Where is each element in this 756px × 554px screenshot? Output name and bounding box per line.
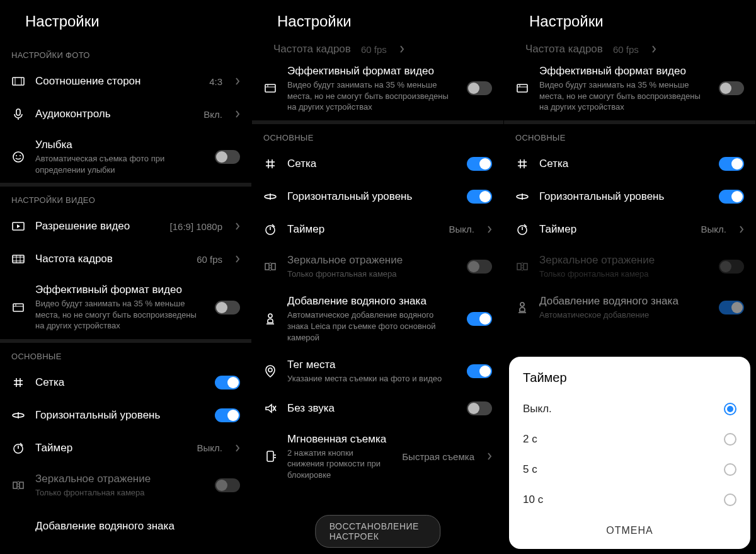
label: Улыбка	[35, 138, 205, 152]
row-grid[interactable]: Сетка	[0, 366, 251, 399]
chevron-right-icon	[651, 45, 656, 54]
page-title: Настройки	[529, 13, 604, 30]
row-grid[interactable]: Сетка	[252, 147, 503, 180]
label: Горизонтальный уровень	[35, 408, 205, 422]
chevron-right-icon	[487, 225, 492, 234]
row-quick-capture[interactable]: Мгновенная съемка 2 нажатия кнопки сниже…	[252, 425, 503, 488]
sublabel: Видео будут занимать на 35 % меньше мест…	[287, 79, 457, 113]
sheet-cancel[interactable]: ОТМЕНА	[523, 515, 736, 541]
value: 60 fps	[197, 254, 222, 265]
radio-icon	[724, 403, 736, 415]
value: 4:3	[209, 76, 222, 87]
timer-option-5s[interactable]: 5 с	[523, 454, 736, 485]
row-efficient-video[interactable]: Эффективный формат видео Видео будут зан…	[504, 57, 755, 120]
watermark-toggle[interactable]	[467, 312, 492, 326]
row-watermark-cut[interactable]: Добавление водяного знака	[0, 506, 251, 539]
mirror-toggle	[719, 260, 744, 274]
page-title: Настройки	[277, 13, 352, 30]
filmstrip-icon	[11, 252, 25, 266]
label: Добавление водяного знака	[35, 519, 240, 533]
value: Выкл.	[197, 442, 222, 453]
row-timer[interactable]: Таймер Выкл.	[0, 432, 251, 465]
efficient-video-toggle[interactable]	[467, 81, 492, 95]
efficient-video-toggle[interactable]	[719, 81, 744, 95]
timer-icon	[515, 222, 529, 236]
chevron-right-icon	[235, 444, 240, 453]
mic-icon	[11, 107, 25, 121]
efficient-video-icon	[515, 81, 529, 95]
grid-toggle[interactable]	[215, 376, 240, 390]
timer-option-10s[interactable]: 10 с	[523, 485, 736, 515]
level-toggle[interactable]	[719, 190, 744, 204]
radio-icon	[724, 463, 736, 476]
section-photo: НАСТРОЙКИ ФОТО	[0, 42, 251, 65]
row-level[interactable]: Горизонтальный уровень	[0, 399, 251, 432]
row-timer[interactable]: Таймер Выкл.	[252, 213, 503, 246]
watermark-toggle[interactable]	[719, 301, 744, 315]
row-watermark[interactable]: Добавление водяного знака Автоматическое…	[252, 287, 503, 350]
timer-icon	[11, 441, 25, 455]
sublabel: Автоматическая съемка фото при определен…	[35, 153, 205, 175]
header: Настройки	[252, 0, 503, 42]
row-efficient-video[interactable]: Эффективный формат видео Видео будут зан…	[0, 275, 251, 339]
row-geotag[interactable]: Тег места Указание места съемки на фото …	[252, 350, 503, 392]
grid-toggle[interactable]	[467, 157, 492, 171]
row-mute[interactable]: Без звука	[252, 392, 503, 425]
value: [16:9] 1080p	[170, 221, 222, 232]
label: Сетка	[35, 376, 205, 390]
page-title: Настройки	[25, 13, 100, 30]
screen-3: Настройки Частота кадров 60 fps Эффектив…	[504, 0, 756, 554]
section-general: ОСНОВНЫЕ	[504, 124, 755, 147]
row-grid[interactable]: Сетка	[504, 147, 755, 180]
smile-toggle[interactable]	[215, 150, 240, 164]
row-watermark[interactable]: Добавление водяного знака Автоматическое…	[504, 287, 755, 328]
label: Таймер	[35, 441, 187, 455]
row-framerate-cut[interactable]: Частота кадров 60 fps	[504, 42, 755, 57]
row-mirror: Зеркальное отражение Только фронтальная …	[252, 246, 503, 287]
mute-toggle[interactable]	[467, 401, 492, 415]
stamp-icon	[263, 312, 277, 326]
row-framerate[interactable]: Частота кадров 60 fps	[0, 243, 251, 275]
geotag-toggle[interactable]	[467, 364, 492, 378]
level-icon	[11, 408, 25, 422]
level-icon	[263, 190, 277, 204]
mirror-toggle	[215, 478, 240, 492]
section-general: ОСНОВНЫЕ	[252, 124, 503, 147]
radio-icon	[724, 493, 736, 506]
row-audio-control[interactable]: Аудиоконтроль Вкл.	[0, 98, 251, 130]
level-toggle[interactable]	[215, 408, 240, 422]
label: Эффективный формат видео	[35, 283, 205, 297]
chevron-right-icon	[487, 452, 492, 461]
row-level[interactable]: Горизонтальный уровень	[252, 180, 503, 213]
value: Вкл.	[203, 109, 222, 120]
grid-toggle[interactable]	[719, 157, 744, 171]
label: Зеркальное отражение	[35, 472, 205, 486]
timer-option-2s[interactable]: 2 с	[523, 424, 736, 454]
row-timer[interactable]: Таймер Выкл.	[504, 213, 755, 246]
mute-icon	[263, 401, 277, 415]
grid-icon	[263, 157, 277, 171]
level-toggle[interactable]	[467, 190, 492, 204]
chevron-right-icon	[739, 225, 744, 234]
row-aspect-ratio[interactable]: Соотношение сторон 4:3	[0, 65, 251, 98]
header: Настройки	[504, 0, 755, 42]
sheet-title: Таймер	[523, 371, 736, 385]
label: Аудиоконтроль	[35, 107, 193, 121]
chevron-right-icon	[235, 110, 240, 118]
efficient-video-toggle[interactable]	[215, 301, 240, 315]
header: Настройки	[0, 0, 251, 42]
row-level[interactable]: Горизонтальный уровень	[504, 180, 755, 213]
row-efficient-video[interactable]: Эффективный формат видео Видео будут зан…	[252, 57, 503, 120]
sublabel: Только фронтальная камера	[35, 487, 205, 499]
row-smile[interactable]: Улыбка Автоматическая съемка фото при оп…	[0, 130, 251, 183]
chevron-right-icon	[235, 222, 240, 231]
row-framerate-cut[interactable]: Частота кадров 60 fps	[252, 42, 503, 57]
row-mirror: Зеркальное отражение Только фронтальная …	[0, 465, 251, 506]
efficient-video-icon	[11, 301, 25, 315]
row-video-resolution[interactable]: Разрешение видео [16:9] 1080p	[0, 210, 251, 243]
timer-option-off[interactable]: Выкл.	[523, 394, 736, 424]
phone-icon	[263, 449, 277, 463]
reset-button[interactable]: ВОССТАНОВЛЕНИЕ НАСТРОЕК	[315, 515, 441, 548]
chevron-right-icon	[399, 45, 404, 54]
label: Эффективный формат видео	[287, 64, 457, 78]
